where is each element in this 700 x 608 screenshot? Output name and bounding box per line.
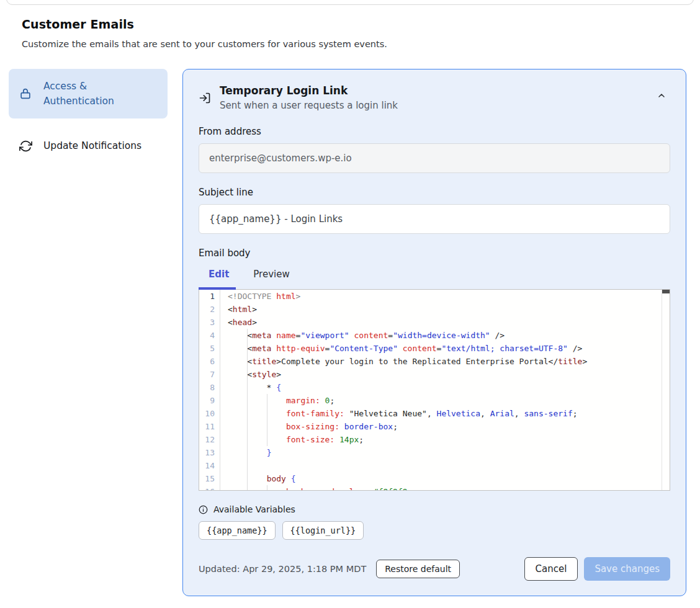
line-number: 16 — [199, 485, 220, 490]
code-editor[interactable]: 1<!DOCTYPE html>2<html>3<head>4 <meta na… — [199, 289, 670, 491]
panel-title: Temporary Login Link — [220, 84, 644, 97]
sidebar: Access & Authentication Update Notificat… — [9, 69, 168, 162]
code-line: 9 margin: 0; — [199, 394, 661, 407]
code-lines: 1<!DOCTYPE html>2<html>3<head>4 <meta na… — [199, 290, 670, 490]
save-changes-button[interactable]: Save changes — [584, 557, 670, 581]
variable-chip-login-url[interactable]: {{login_url}} — [282, 521, 364, 540]
updated-timestamp: Updated: Apr 29, 2025, 1:18 PM MDT — [199, 564, 366, 574]
editor-wrap: 1<!DOCTYPE html>2<html>3<head>4 <meta na… — [199, 289, 670, 491]
available-variables: Available Variables {{app_name}} {{login… — [199, 504, 670, 540]
code-line: 8 * { — [199, 381, 661, 394]
code-line: 10 font-family: "Helvetica Neue", Helvet… — [199, 407, 661, 420]
line-number: 14 — [199, 459, 220, 472]
code-text: font-size: 14px; — [220, 433, 661, 446]
line-number: 6 — [199, 355, 220, 368]
line-number: 15 — [199, 472, 220, 485]
restore-default-button[interactable]: Restore default — [376, 560, 460, 578]
code-line: 11 box-sizing: border-box; — [199, 420, 661, 433]
code-line: 1<!DOCTYPE html> — [199, 290, 661, 303]
line-number: 2 — [199, 303, 220, 316]
active-tab-underline — [199, 287, 236, 290]
line-number: 5 — [199, 342, 220, 355]
line-number: 9 — [199, 394, 220, 407]
code-line: 5 <meta http-equiv="Content-Type" conten… — [199, 342, 661, 355]
sidebar-item-update-notifications[interactable]: Update Notifications — [9, 130, 168, 162]
code-line: 6 <title>Complete your login to the Repl… — [199, 355, 661, 368]
subject-line-group: Subject line — [199, 187, 670, 234]
line-number: 7 — [199, 368, 220, 381]
code-text: <meta name="viewport" content="width=dev… — [220, 329, 661, 342]
code-text — [220, 459, 661, 472]
sidebar-item-label: Update Notifications — [43, 138, 141, 153]
panel-header: Temporary Login Link Sent when a user re… — [199, 84, 670, 111]
editor-scrollbar[interactable] — [662, 290, 670, 490]
refresh-icon — [19, 139, 32, 153]
code-line: 2<html> — [199, 303, 661, 316]
available-variables-label: Available Variables — [213, 504, 295, 514]
line-number: 1 — [199, 290, 220, 303]
code-line: 3<head> — [199, 316, 661, 329]
panel-footer: Updated: Apr 29, 2025, 1:18 PM MDT Resto… — [199, 557, 670, 581]
lock-icon — [19, 87, 32, 101]
code-text: } — [220, 446, 661, 459]
from-address-label: From address — [199, 126, 670, 137]
code-text: body { — [220, 472, 661, 485]
code-text: <meta http-equiv="Content-Type" content=… — [220, 342, 661, 355]
email-config-panel: Temporary Login Link Sent when a user re… — [182, 69, 686, 596]
code-line: 14 — [199, 459, 661, 472]
code-text: box-sizing: border-box; — [220, 420, 661, 433]
info-icon — [199, 505, 208, 514]
code-line: 15 body { — [199, 472, 661, 485]
page-header: Customer Emails Customize the emails tha… — [22, 17, 700, 49]
line-number: 12 — [199, 433, 220, 446]
code-line: 13 } — [199, 446, 661, 459]
code-text: font-family: "Helvetica Neue", Helvetica… — [220, 407, 661, 420]
previous-card-bottom-edge — [6, 0, 694, 5]
code-text: <html> — [220, 303, 661, 316]
code-text: margin: 0; — [220, 394, 661, 407]
content: Access & Authentication Update Notificat… — [0, 69, 700, 596]
sidebar-item-access-authentication[interactable]: Access & Authentication — [9, 69, 168, 118]
code-text: background-color: #f9f9f9; — [220, 485, 661, 490]
variable-chip-app-name[interactable]: {{app_name}} — [199, 521, 276, 540]
code-text: <!DOCTYPE html> — [220, 290, 661, 303]
code-text: * { — [220, 381, 661, 394]
code-line: 4 <meta name="viewport" content="width=d… — [199, 329, 661, 342]
email-body-label: Email body — [199, 248, 670, 259]
editor-scrollbar-thumb[interactable] — [662, 290, 670, 293]
tab-edit[interactable]: Edit — [209, 266, 229, 287]
tab-preview[interactable]: Preview — [253, 266, 289, 287]
code-line: 16 background-color: #f9f9f9; — [199, 485, 661, 490]
line-number: 10 — [199, 407, 220, 420]
code-text: <style> — [220, 368, 661, 381]
from-address-input[interactable] — [199, 143, 670, 173]
line-number: 13 — [199, 446, 220, 459]
line-number: 11 — [199, 420, 220, 433]
line-number: 3 — [199, 316, 220, 329]
collapse-button[interactable] — [653, 87, 670, 104]
sidebar-item-label: Access & Authentication — [43, 79, 158, 109]
code-line: 7 <style> — [199, 368, 661, 381]
page-subtitle: Customize the emails that are sent to yo… — [22, 39, 700, 49]
email-body-tabs: Edit Preview — [199, 266, 670, 287]
login-icon — [199, 92, 211, 104]
line-number: 4 — [199, 329, 220, 342]
page-title: Customer Emails — [22, 17, 700, 31]
code-text: <title>Complete your login to the Replic… — [220, 355, 661, 368]
subject-line-label: Subject line — [199, 187, 670, 198]
line-number: 8 — [199, 381, 220, 394]
cancel-button[interactable]: Cancel — [524, 557, 578, 581]
chevron-up-icon — [657, 91, 666, 101]
panel-subtitle: Sent when a user requests a login link — [220, 100, 644, 111]
from-address-group: From address — [199, 126, 670, 173]
code-line: 12 font-size: 14px; — [199, 433, 661, 446]
subject-line-input[interactable] — [199, 204, 670, 234]
code-text: <head> — [220, 316, 661, 329]
